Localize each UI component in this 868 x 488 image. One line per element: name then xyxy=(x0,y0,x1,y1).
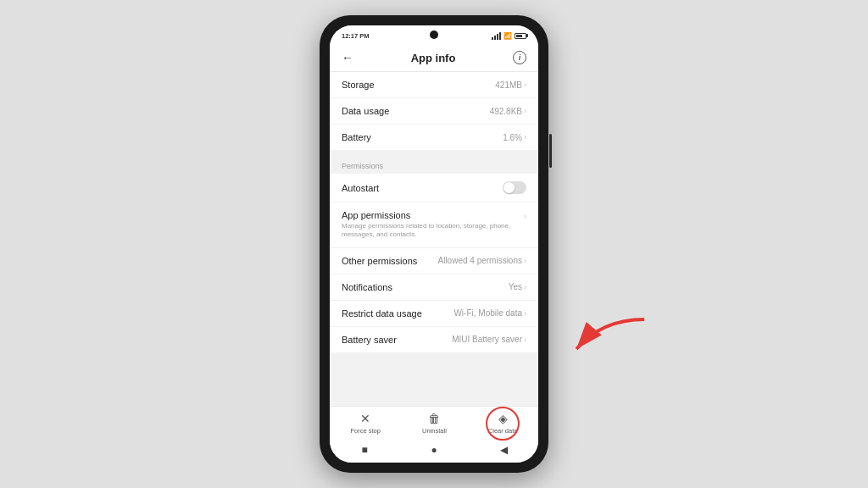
square-icon: ■ xyxy=(361,444,367,456)
app-bar-title: App info xyxy=(411,52,456,64)
permissions-section: Autostart App permissions Manage permiss… xyxy=(330,174,538,352)
triangle-icon: ◀ xyxy=(500,444,508,456)
chevron-icon: › xyxy=(524,133,526,141)
force-stop-icon: ✕ xyxy=(360,412,370,425)
chevron-icon: › xyxy=(524,107,526,115)
storage-label: Storage xyxy=(342,80,375,90)
app-permissions-desc: Manage permissions related to location, … xyxy=(342,222,524,240)
chevron-icon: › xyxy=(524,257,526,265)
nav-bar: ■ ● ◀ xyxy=(330,440,538,463)
back-button[interactable]: ← xyxy=(342,51,353,64)
storage-item[interactable]: Storage 421MB › xyxy=(330,72,538,98)
clear-data-icon: ◈ xyxy=(498,412,508,425)
uninstall-button[interactable]: 🗑 Uninstall xyxy=(422,412,447,435)
recents-button[interactable]: ◀ xyxy=(495,444,512,456)
restrict-data-label: Restrict data usage xyxy=(342,308,422,319)
side-button xyxy=(549,134,552,168)
force-stop-button[interactable]: ✕ Force stop xyxy=(351,412,381,435)
app-permissions-item[interactable]: App permissions Manage permissions relat… xyxy=(330,202,538,248)
restrict-data-value: Wi-Fi, Mobile data › xyxy=(453,308,526,318)
battery-item[interactable]: Battery 1.6% › xyxy=(330,125,538,150)
notifications-item[interactable]: Notifications Yes › xyxy=(330,274,538,301)
status-icons: 📶 xyxy=(492,32,526,40)
red-arrow-svg xyxy=(551,311,653,362)
data-usage-label: Data usage xyxy=(342,106,389,116)
data-usage-value: 492.8KB › xyxy=(490,107,526,116)
app-permissions-label: App permissions xyxy=(342,210,524,220)
phone-screen: 12:17 PM 📶 ← App info xyxy=(330,25,538,463)
uninstall-label: Uninstall xyxy=(422,427,447,435)
wifi-icon: 📶 xyxy=(504,32,512,40)
chevron-icon: › xyxy=(524,80,526,89)
info-button[interactable]: i xyxy=(513,51,526,64)
battery-saver-value: MIUI Battery saver › xyxy=(452,335,526,344)
phone-frame: 12:17 PM 📶 ← App info xyxy=(320,15,548,473)
clear-data-label: Clear data xyxy=(488,427,518,435)
restrict-data-item[interactable]: Restrict data usage Wi-Fi, Mobile data › xyxy=(330,301,538,327)
battery-saver-label: Battery saver xyxy=(342,335,397,345)
autostart-toggle[interactable] xyxy=(503,181,526,194)
uninstall-icon: 🗑 xyxy=(428,412,440,425)
circle-icon: ● xyxy=(431,444,437,456)
storage-section: Storage 421MB › Data usage 492.8KB › xyxy=(330,72,538,150)
clear-data-button[interactable]: ◈ Clear data xyxy=(488,412,518,435)
battery-value: 1.6% › xyxy=(503,133,526,142)
app-permissions-content: App permissions Manage permissions relat… xyxy=(342,210,524,240)
storage-value: 421MB › xyxy=(495,80,526,90)
other-permissions-value: Allowed 4 permissions › xyxy=(438,256,527,265)
chevron-icon: › xyxy=(524,212,526,220)
notifications-value: Yes › xyxy=(509,282,526,291)
autostart-item[interactable]: Autostart xyxy=(330,174,538,202)
other-permissions-item[interactable]: Other permissions Allowed 4 permissions … xyxy=(330,248,538,274)
autostart-label: Autostart xyxy=(342,183,379,193)
red-arrow-container xyxy=(551,311,653,365)
toggle-knob xyxy=(504,182,515,193)
signal-icon xyxy=(492,32,501,40)
content-area: Storage 421MB › Data usage 492.8KB › xyxy=(330,72,538,406)
force-stop-label: Force stop xyxy=(351,427,381,435)
notifications-label: Notifications xyxy=(342,282,392,292)
chevron-icon: › xyxy=(524,336,526,344)
other-permissions-label: Other permissions xyxy=(342,256,417,266)
bottom-action-bar: ✕ Force stop 🗑 Uninstall ◈ Clear data xyxy=(330,406,538,440)
home-button[interactable]: ■ xyxy=(356,444,373,456)
data-usage-item[interactable]: Data usage 492.8KB › xyxy=(330,98,538,125)
chevron-icon: › xyxy=(524,283,526,291)
app-bar: ← App info i xyxy=(330,44,538,72)
battery-icon xyxy=(515,33,526,39)
permissions-label: Permissions xyxy=(330,155,538,174)
battery-label: Battery xyxy=(342,132,371,142)
back-nav-button[interactable]: ● xyxy=(426,444,442,456)
phone-notch xyxy=(430,30,438,39)
battery-saver-item[interactable]: Battery saver MIUI Battery saver › xyxy=(330,327,538,352)
chevron-icon: › xyxy=(524,309,526,318)
status-time: 12:17 PM xyxy=(342,32,370,40)
